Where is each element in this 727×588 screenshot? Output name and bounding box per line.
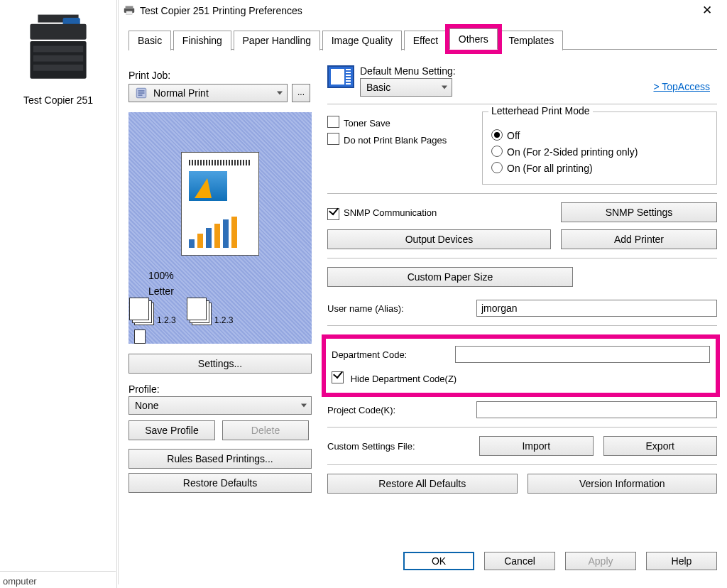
letterhead-on-all-radio[interactable] — [491, 162, 503, 173]
letterhead-off-label: Off — [507, 130, 520, 141]
panel-others: Print Job: Normal Print ... — [129, 51, 717, 569]
preview-page — [181, 152, 259, 256]
divider — [327, 258, 717, 258]
svg-rect-13 — [138, 94, 143, 96]
project-code-label: Project Code(K): — [327, 405, 469, 415]
default-menu-label: Default Menu Setting: — [360, 65, 456, 77]
titlebar: Test Copier 251 Printing Preferences ✕ — [119, 0, 727, 21]
delete-profile-button[interactable]: Delete — [222, 420, 309, 440]
print-preview: 100% Letter 1.2.3 1.2.3 — [129, 112, 312, 344]
toner-save-checkbox[interactable] — [327, 116, 339, 128]
apply-button[interactable]: Apply — [565, 552, 636, 570]
printer-icon — [19, 10, 97, 88]
tab-finishing[interactable]: Finishing — [173, 31, 231, 50]
svg-rect-11 — [138, 90, 145, 92]
custom-settings-file-label: Custom Settings File: — [327, 441, 469, 452]
svg-rect-6 — [33, 65, 83, 71]
svg-rect-2 — [30, 24, 86, 40]
tab-basic[interactable]: Basic — [129, 31, 171, 50]
svg-rect-7 — [126, 6, 133, 9]
department-code-input[interactable] — [455, 346, 710, 363]
tab-templates[interactable]: Templates — [499, 31, 563, 50]
dialog-printer-icon — [123, 4, 136, 17]
default-menu-select[interactable]: Basic — [360, 78, 452, 97]
stack-icon — [134, 303, 154, 325]
svg-rect-5 — [33, 55, 83, 62]
print-job-value: Normal Print — [153, 87, 209, 99]
letterhead-legend: Letterhead Print Mode — [488, 105, 593, 116]
hide-department-code-label: Hide Department Code(Z) — [351, 374, 457, 384]
divider — [327, 427, 717, 428]
restore-all-defaults-button[interactable]: Restore All Defaults — [327, 474, 518, 494]
snmp-label: SNMP Communication — [344, 207, 437, 218]
print-job-select[interactable]: Normal Print — [129, 84, 288, 102]
tabs: Basic Finishing Paper Handling Image Qua… — [129, 28, 727, 50]
snmp-checkbox[interactable] — [327, 208, 339, 220]
chevron-down-icon — [301, 404, 307, 408]
help-button[interactable]: Help — [646, 552, 717, 570]
single-page-icon — [134, 330, 146, 344]
chevron-down-icon — [442, 86, 447, 89]
letterhead-on-2sided-radio[interactable] — [491, 146, 503, 157]
blank-pages-checkbox[interactable] — [327, 133, 339, 145]
tab-effect[interactable]: Effect — [404, 31, 448, 50]
stack-icon — [192, 303, 212, 325]
dialog-buttons: OK Cancel Apply Help — [403, 552, 717, 570]
svg-rect-9 — [126, 11, 133, 15]
letterhead-group: Letterhead Print Mode Off On (For 2-Side… — [482, 111, 717, 185]
letterhead-on-all-label: On (For all printing) — [507, 163, 593, 174]
cancel-button[interactable]: Cancel — [484, 552, 555, 570]
project-code-input[interactable] — [476, 401, 717, 418]
svg-rect-4 — [33, 46, 83, 53]
divider — [327, 325, 717, 326]
letterhead-off-radio[interactable] — [491, 129, 503, 141]
default-menu-icon — [327, 65, 354, 88]
blank-pages-label: Do not Print Blank Pages — [344, 135, 447, 146]
letterhead-on-2sided-label: On (For 2-Sided printing only) — [507, 146, 638, 158]
dialog-title: Test Copier 251 Printing Preferences — [140, 5, 693, 16]
snmp-settings-button[interactable]: SNMP Settings — [561, 202, 717, 222]
settings-button[interactable]: Settings... — [129, 354, 312, 374]
custom-paper-size-button[interactable]: Custom Paper Size — [327, 267, 573, 287]
svg-rect-12 — [138, 92, 145, 94]
close-button[interactable]: ✕ — [693, 1, 721, 21]
stack-label-2: 1.2.3 — [214, 315, 234, 325]
left-footer: omputer — [0, 571, 116, 588]
printing-preferences-dialog: Test Copier 251 Printing Preferences ✕ B… — [118, 0, 727, 584]
device-label: Test Copier 251 — [0, 94, 116, 106]
preview-zoom: 100% — [148, 270, 174, 281]
profile-select[interactable]: None — [129, 396, 312, 415]
hide-department-code-checkbox[interactable] — [332, 371, 344, 383]
device-item[interactable]: Test Copier 251 — [0, 0, 116, 106]
preview-stacks: 1.2.3 1.2.3 — [134, 303, 233, 325]
print-job-more-button[interactable]: ... — [292, 84, 310, 102]
username-input[interactable] — [476, 300, 717, 317]
import-button[interactable]: Import — [479, 436, 594, 456]
profile-label: Profile: — [129, 383, 312, 395]
ok-button[interactable]: OK — [403, 552, 474, 570]
print-job-label: Print Job: — [129, 70, 312, 81]
output-devices-button[interactable]: Output Devices — [327, 229, 551, 249]
chevron-down-icon — [277, 92, 283, 95]
topaccess-link[interactable]: > TopAccess — [653, 81, 710, 92]
toner-save-label: Toner Save — [344, 118, 390, 129]
save-profile-button[interactable]: Save Profile — [129, 420, 215, 440]
add-printer-button[interactable]: Add Printer — [561, 229, 717, 249]
divider — [327, 104, 717, 104]
preview-paper: Letter — [148, 285, 174, 297]
department-code-label: Department Code: — [332, 349, 448, 360]
profile-value: None — [135, 400, 158, 411]
tab-paper-handling[interactable]: Paper Handling — [234, 31, 321, 50]
tab-others[interactable]: Others — [449, 28, 498, 50]
devices-panel: Test Copier 251 omputer — [0, 0, 117, 588]
version-information-button[interactable]: Version Information — [528, 474, 718, 494]
rules-based-printings-button[interactable]: Rules Based Printings... — [129, 449, 312, 469]
print-job-area: Print Job: Normal Print ... — [129, 70, 312, 493]
default-menu-value: Basic — [366, 82, 390, 93]
print-job-icon — [135, 87, 148, 99]
tab-image-quality[interactable]: Image Quality — [322, 31, 402, 50]
username-label: User name (Alias): — [327, 303, 469, 314]
export-button[interactable]: Export — [603, 436, 718, 456]
restore-defaults-button[interactable]: Restore Defaults — [129, 473, 312, 493]
stack-label-1: 1.2.3 — [157, 315, 176, 325]
